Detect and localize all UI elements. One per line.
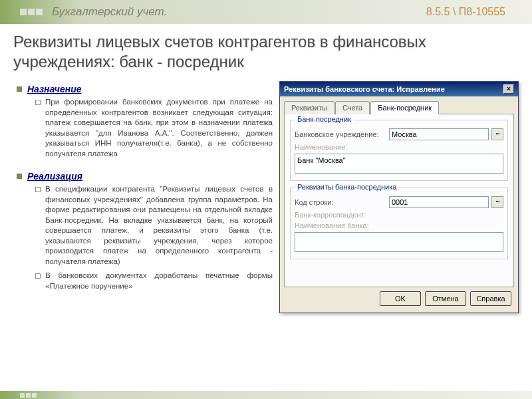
header-version: 8.5.5 \ П8-10555 [426,6,505,18]
tab-panel: Банк-посредник Банковское учреждение: Мо… [284,114,514,287]
header-decor-squares [20,9,43,15]
group2-title: Реквизиты банка-посредника [295,183,399,191]
dialog-window: Реквизиты банковского счета: Исправление… [279,81,519,313]
impl-heading-text: Реализация [27,171,82,182]
impl-item-2: В банковских документах доработаны печат… [35,271,273,291]
corr-bank-label: Банк-корреспондент: [295,211,386,219]
purpose-heading-text: Назначение [27,84,82,94]
corr-bank-name-label: Наименование банка: [295,221,386,229]
bank-name-label: Наименование: [295,143,386,151]
tab-requisites[interactable]: Реквизиты [284,101,334,114]
ok-button[interactable]: OK [380,291,421,306]
corr-bank-name-input[interactable] [295,232,503,252]
slide-header: Бухгалтерский учет. 8.5.5 \ П8-10555 [0,0,532,24]
bank-lookup-button[interactable]: ··· [491,128,503,140]
tab-accounts[interactable]: Счета [335,101,370,114]
slide-title: Реквизиты лицевых счетов контрагентов в … [0,24,532,78]
section-purpose-heading: Назначение [17,84,273,94]
group-bank-details: Реквизиты банка-посредника Код строки: 0… [290,188,508,259]
bullet-square-icon [17,174,22,179]
close-icon[interactable]: × [503,84,514,94]
group1-title: Банк-посредник [295,115,354,123]
code-lookup-button[interactable]: ··· [491,196,503,208]
text-column: Назначение При формировании банковских д… [17,78,273,313]
tab-bank-intermediary[interactable]: Банк-посредник [370,101,439,114]
code-line-label: Код строки: [295,198,386,206]
cancel-button[interactable]: Отмена [425,291,466,306]
dialog-title-text: Реквизиты банковского счета: Исправление [284,85,445,93]
code-line-input[interactable]: 0001 [389,196,489,208]
dialog-button-row: OK Отмена Справка [284,287,514,309]
bank-institution-label: Банковское учреждение: [295,130,386,138]
bank-institution-input[interactable]: Москва [389,128,489,140]
bullet-square-icon [17,86,22,92]
tab-strip: Реквизиты Счета Банк-посредник [284,100,514,114]
purpose-text: При формировании банковских документов п… [35,97,273,159]
help-button[interactable]: Справка [470,291,511,306]
section-impl-heading: Реализация [17,171,273,182]
header-category: Бухгалтерский учет. [52,5,426,19]
group-bank-intermediary: Банк-посредник Банковское учреждение: Мо… [290,120,508,181]
impl-item-1: В спецификации контрагента "Реквизиты ли… [35,184,273,267]
footer-decor-squares [20,393,37,398]
slide-footer [0,391,532,399]
bank-name-input[interactable]: Банк "Москва" [295,154,503,174]
dialog-titlebar[interactable]: Реквизиты банковского счета: Исправление… [280,82,518,96]
